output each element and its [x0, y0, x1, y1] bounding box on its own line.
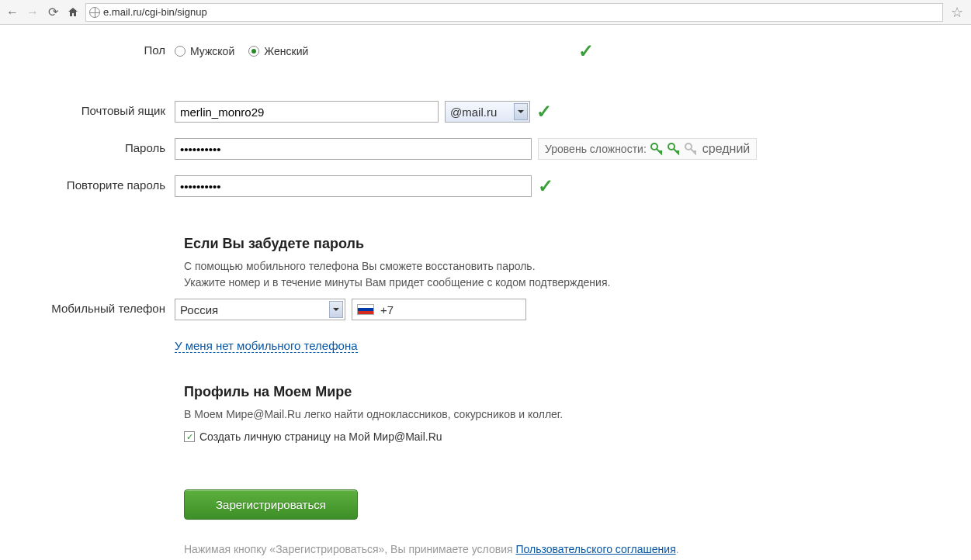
mailbox-label: Почтовый ящик: [0, 101, 175, 117]
gender-label: Пол: [0, 40, 175, 57]
radio-icon: [175, 46, 186, 57]
password-repeat-input[interactable]: [175, 175, 532, 197]
browser-toolbar: ← → ⟳ e.mail.ru/cgi-bin/signup ☆: [0, 0, 971, 25]
recovery-desc: С помощью мобильного телефона Вы сможете…: [184, 258, 727, 291]
svg-point-2: [685, 143, 692, 150]
svg-point-0: [651, 143, 657, 150]
check-icon: ✓: [538, 175, 553, 197]
domain-select[interactable]: @mail.ru: [445, 101, 530, 123]
password-label: Пароль: [0, 138, 175, 154]
gender-female-radio[interactable]: Женский: [248, 45, 308, 57]
address-bar[interactable]: e.mail.ru/cgi-bin/signup: [85, 3, 943, 22]
country-value: Россия: [180, 303, 218, 316]
key-icon: [650, 142, 664, 156]
profile-desc: В Моем Мире@Mail.Ru легко найти одноклас…: [184, 406, 727, 423]
back-button[interactable]: ←: [5, 5, 20, 20]
url-text: e.mail.ru/cgi-bin/signup: [103, 6, 939, 18]
check-icon: ✓: [578, 40, 594, 62]
svg-point-1: [668, 143, 674, 150]
checkbox-label: Создать личную страницу на Мой Мир@Mail.…: [199, 430, 442, 443]
no-phone-link[interactable]: У меня нет мобильного телефона: [175, 339, 358, 353]
key-icon: [684, 142, 698, 156]
flag-ru-icon: [357, 304, 374, 315]
mailbox-input[interactable]: [175, 101, 439, 123]
checkbox-icon: ✓: [184, 431, 195, 442]
bookmark-star-icon[interactable]: ☆: [948, 4, 966, 21]
password-strength: Уровень сложности: средний: [538, 138, 757, 160]
domain-value: @mail.ru: [450, 105, 497, 119]
phone-input[interactable]: +7: [352, 299, 526, 320]
strength-label: Уровень сложности:: [545, 143, 647, 155]
check-icon: ✓: [536, 101, 552, 123]
register-button[interactable]: Зарегистрироваться: [184, 489, 358, 520]
profile-heading: Профиль на Моем Мире: [184, 384, 727, 400]
forward-button[interactable]: →: [25, 5, 40, 20]
home-button[interactable]: [65, 5, 81, 20]
country-select[interactable]: Россия: [175, 299, 345, 320]
password-repeat-label: Повторите пароль: [0, 175, 175, 192]
gender-male-radio[interactable]: Мужской: [175, 45, 234, 57]
terms-link[interactable]: Пользовательского соглашения: [515, 543, 675, 555]
phone-label: Мобильный телефон: [0, 299, 175, 315]
chevron-down-icon: [329, 301, 343, 318]
gender-female-label: Женский: [264, 45, 308, 57]
recovery-heading: Если Вы забудете пароль: [184, 236, 727, 252]
key-icon: [667, 142, 681, 156]
globe-icon: [89, 7, 100, 18]
create-profile-checkbox[interactable]: ✓ Создать личную страницу на Мой Мир@Mai…: [184, 430, 727, 443]
strength-text: средний: [702, 142, 751, 156]
password-input[interactable]: [175, 138, 532, 160]
radio-icon: [248, 46, 259, 57]
terms-text: Нажимая кнопку «Зарегистрироваться», Вы …: [184, 543, 727, 555]
chevron-down-icon: [514, 103, 528, 120]
phone-prefix: +7: [380, 303, 394, 316]
reload-button[interactable]: ⟳: [45, 5, 61, 20]
gender-male-label: Мужской: [190, 45, 234, 57]
